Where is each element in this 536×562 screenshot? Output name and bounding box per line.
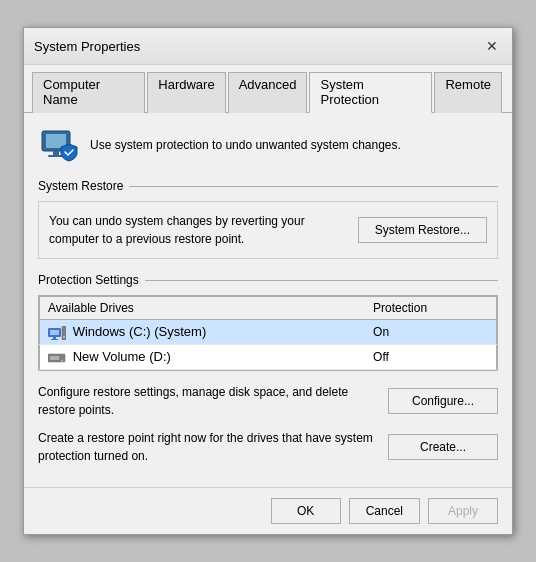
svg-rect-12: [50, 356, 59, 360]
tab-advanced[interactable]: Advanced: [228, 72, 308, 113]
create-button[interactable]: Create...: [388, 434, 498, 460]
system-protection-icon: [38, 125, 78, 165]
system-properties-window: System Properties ✕ Computer Name Hardwa…: [23, 27, 513, 534]
apply-button[interactable]: Apply: [428, 498, 498, 524]
protection-settings-section: Protection Settings Available Drives Pro…: [38, 273, 498, 370]
drive-name-cell: Windows (C:) (System): [40, 320, 366, 345]
system-restore-description: You can undo system changes by reverting…: [49, 212, 348, 248]
svg-rect-2: [53, 151, 59, 155]
ok-button[interactable]: OK: [271, 498, 341, 524]
system-restore-label: System Restore: [38, 179, 498, 193]
dialog-footer: OK Cancel Apply: [24, 487, 512, 534]
svg-rect-5: [50, 330, 59, 335]
svg-rect-6: [53, 337, 56, 339]
system-restore-box: You can undo system changes by reverting…: [38, 201, 498, 259]
tab-computer-name[interactable]: Computer Name: [32, 72, 145, 113]
cancel-button[interactable]: Cancel: [349, 498, 420, 524]
table-header-row: Available Drives Protection: [40, 297, 497, 320]
header-available-drives: Available Drives: [40, 297, 366, 320]
close-button[interactable]: ✕: [482, 36, 502, 56]
protection-status-on: On: [365, 320, 496, 345]
protection-status-off: Off: [365, 345, 496, 370]
info-row: Use system protection to undo unwanted s…: [38, 125, 498, 165]
svg-point-9: [63, 336, 65, 338]
create-description: Create a restore point right now for the…: [38, 429, 378, 465]
tab-content: Use system protection to undo unwanted s…: [24, 113, 512, 486]
tab-hardware[interactable]: Hardware: [147, 72, 225, 113]
section-divider-2: [145, 280, 498, 281]
configure-button[interactable]: Configure...: [388, 388, 498, 414]
svg-point-11: [61, 360, 63, 362]
drive-name-cell-2: New Volume (D:): [40, 345, 366, 370]
svg-rect-7: [51, 339, 58, 340]
windows-drive-icon: [48, 324, 73, 339]
section-divider: [129, 186, 498, 187]
system-restore-button[interactable]: System Restore...: [358, 217, 487, 243]
protection-settings-label: Protection Settings: [38, 273, 498, 287]
table-row[interactable]: Windows (C:) (System) On: [40, 320, 497, 345]
configure-row: Configure restore settings, manage disk …: [38, 383, 498, 419]
create-row: Create a restore point right now for the…: [38, 429, 498, 465]
volume-drive-icon: [48, 349, 73, 364]
drives-table: Available Drives Protection: [39, 296, 497, 369]
window-title: System Properties: [34, 39, 140, 54]
header-protection: Protection: [365, 297, 496, 320]
system-restore-row: You can undo system changes by reverting…: [49, 212, 487, 248]
info-description: Use system protection to undo unwanted s…: [90, 138, 401, 152]
tab-bar: Computer Name Hardware Advanced System P…: [24, 65, 512, 113]
drives-table-container: Available Drives Protection: [38, 295, 498, 370]
tab-remote[interactable]: Remote: [434, 72, 502, 113]
tab-system-protection[interactable]: System Protection: [309, 72, 432, 113]
configure-description: Configure restore settings, manage disk …: [38, 383, 378, 419]
title-bar: System Properties ✕: [24, 28, 512, 65]
table-row[interactable]: New Volume (D:) Off: [40, 345, 497, 370]
